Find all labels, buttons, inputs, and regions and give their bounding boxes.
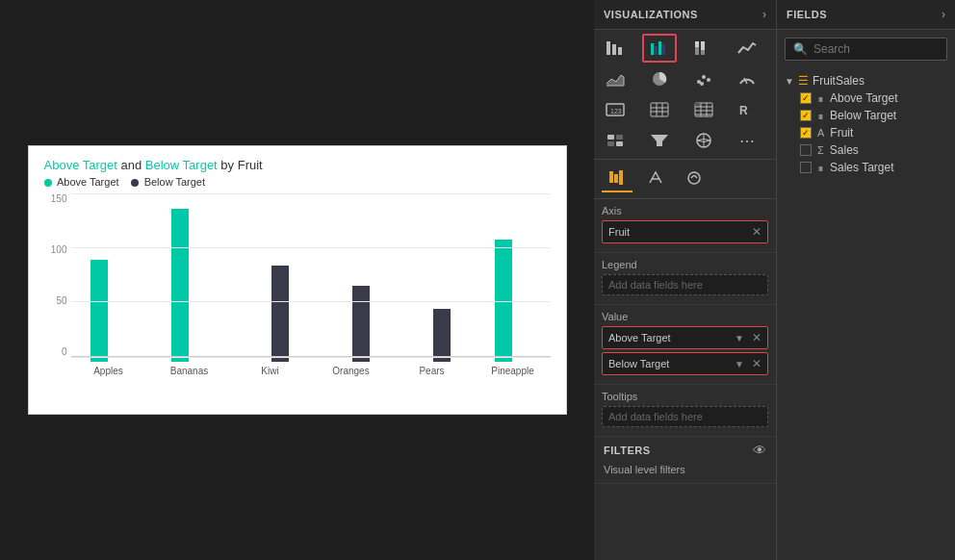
svg-rect-2 [618, 47, 622, 55]
viz-icon-gauge[interactable] [730, 64, 764, 93]
viz-toolbar [594, 160, 776, 199]
legend-above-dot [44, 179, 52, 187]
value-field-below-close[interactable]: ✕ [752, 357, 761, 370]
checkbox-below-target[interactable]: ✓ [800, 110, 812, 121]
svg-rect-35 [616, 141, 623, 146]
fields-panel-header: FIELDS › [777, 0, 955, 30]
label-below-target: Below Target [830, 109, 896, 122]
svg-point-15 [700, 82, 704, 86]
svg-rect-32 [607, 135, 614, 140]
sigma-icon-sales: Σ [817, 144, 824, 156]
tooltips-label: Tooltips [602, 391, 768, 402]
label-above-target: Above Target [830, 91, 898, 105]
fruit-label-pears: Pears [419, 366, 444, 376]
viz-toolbar-fields[interactable] [602, 165, 632, 192]
viz-icon-scatter[interactable] [686, 64, 721, 93]
viz-icon-stacked-bar[interactable] [598, 34, 632, 63]
svg-rect-5 [658, 41, 661, 55]
viz-panel-title: VISUALIZATIONS [604, 9, 698, 20]
top-panels: VISUALIZATIONS › [594, 0, 955, 560]
tree-item-below-target[interactable]: ✓ ∎ Below Target [800, 107, 947, 124]
filters-section: FILTERS 👁 Visual level filters [594, 437, 776, 484]
value-field-above-close[interactable]: ✕ [752, 331, 761, 344]
viz-icon-slicer[interactable] [598, 126, 632, 155]
viz-panel-header: VISUALIZATIONS › [594, 0, 776, 30]
tree-item-sales[interactable]: Σ Sales [800, 141, 947, 159]
tree-item-sales-target[interactable]: ∎ Sales Target [800, 159, 947, 176]
viz-toolbar-format[interactable] [640, 165, 671, 192]
svg-point-42 [688, 172, 700, 184]
checkbox-fruit[interactable]: ✓ [800, 127, 812, 139]
svg-rect-19 [651, 103, 668, 116]
viz-icon-more[interactable]: ⋯ [730, 126, 764, 155]
search-input[interactable] [813, 42, 939, 56]
legend-placeholder: Add data fields here [602, 274, 768, 295]
filters-eye-icon[interactable]: 👁 [753, 443, 766, 458]
fields-panel: FIELDS › 🔍 ▼ ☰ FruitSales [777, 0, 955, 560]
chart-body: 150 100 50 0 Apples [44, 193, 551, 376]
value-field-above-arrow[interactable]: ▼ [735, 333, 744, 344]
viz-icon-r-custom[interactable]: R [730, 95, 764, 124]
chart-title-below: Below Target [145, 158, 218, 172]
checkbox-sales-target[interactable] [800, 162, 812, 173]
axis-field-close[interactable]: ✕ [752, 225, 761, 239]
viz-icon-area[interactable] [598, 64, 632, 93]
viz-icon-map[interactable] [686, 126, 721, 155]
fruit-label-apples: Apples [93, 366, 123, 376]
viz-icon-line[interactable] [730, 34, 764, 63]
viz-toolbar-analytics[interactable] [679, 165, 710, 192]
checkbox-above-target[interactable]: ✓ [800, 92, 812, 104]
viz-icon-card[interactable]: 123 [598, 95, 632, 124]
tree-root-fruitsales: ▼ ☰ FruitSales ✓ ∎ Above Target ✓ [785, 72, 947, 176]
filters-header: FILTERS 👁 [604, 443, 766, 458]
viz-panel-chevron[interactable]: › [762, 8, 766, 21]
viz-icon-100-bar[interactable] [686, 34, 721, 63]
viz-icon-matrix[interactable] [686, 95, 721, 124]
fields-search-box[interactable]: 🔍 [785, 38, 947, 61]
svg-rect-3 [651, 43, 654, 55]
tree-expand-arrow: ▼ [785, 76, 794, 87]
chart-area: Above Target and Below Target by Fruit A… [0, 0, 594, 560]
svg-text:R: R [739, 104, 748, 117]
viz-icon-clustered-bar[interactable] [642, 34, 677, 63]
tree-children: ✓ ∎ Above Target ✓ ∎ Below Target ✓ [785, 89, 947, 176]
right-panel: VISUALIZATIONS › [594, 0, 955, 560]
measure-icon-below: ∎ [817, 110, 824, 122]
fields-panel-chevron[interactable]: › [942, 8, 945, 21]
tooltips-placeholder: Add data fields here [602, 406, 768, 427]
svg-rect-8 [695, 41, 699, 47]
checkbox-sales[interactable] [800, 144, 812, 156]
svg-point-13 [702, 75, 706, 79]
svg-text:123: 123 [610, 108, 622, 115]
fields-panel-title: FIELDS [787, 9, 827, 20]
svg-rect-39 [609, 171, 613, 183]
chart-container: Above Target and Below Target by Fruit A… [28, 145, 567, 415]
fruit-label-kiwi: Kiwi [261, 366, 278, 376]
value-field-above[interactable]: Above Target ▼ ✕ [602, 326, 768, 349]
tooltips-section: Tooltips Add data fields here [594, 385, 776, 437]
tree-item-fruit[interactable]: ✓ A Fruit [800, 124, 947, 141]
visual-level-filters: Visual level filters [604, 462, 766, 477]
value-field-below-arrow[interactable]: ▼ [735, 359, 744, 369]
fields-tree: ▼ ☰ FruitSales ✓ ∎ Above Target ✓ [777, 68, 955, 184]
axis-field-fruit[interactable]: Fruit ✕ [602, 220, 768, 243]
legend-below-dot [131, 179, 139, 187]
viz-icon-pie[interactable] [642, 64, 677, 93]
axis-label: Axis [602, 205, 768, 216]
legend-above-label: Above Target [57, 176, 119, 188]
viz-icon-funnel[interactable] [642, 126, 677, 155]
value-section: Value Above Target ▼ ✕ Below Target ▼ ✕ [594, 305, 776, 385]
value-field-below[interactable]: Below Target ▼ ✕ [602, 352, 768, 375]
svg-rect-4 [655, 46, 658, 55]
tree-item-above-target[interactable]: ✓ ∎ Above Target [800, 89, 947, 107]
svg-rect-25 [695, 103, 701, 107]
search-icon: 🔍 [793, 42, 808, 56]
tree-root-header[interactable]: ▼ ☰ FruitSales [785, 72, 947, 89]
viz-panel: VISUALIZATIONS › [594, 0, 777, 560]
svg-rect-6 [662, 44, 665, 55]
chart-legend: Above Target Below Target [44, 176, 551, 188]
label-sales: Sales [830, 143, 859, 157]
tree-root-label: FruitSales [813, 74, 865, 88]
fruit-label-pineapple: Pineapple [491, 366, 533, 376]
viz-icon-table[interactable] [642, 95, 677, 124]
